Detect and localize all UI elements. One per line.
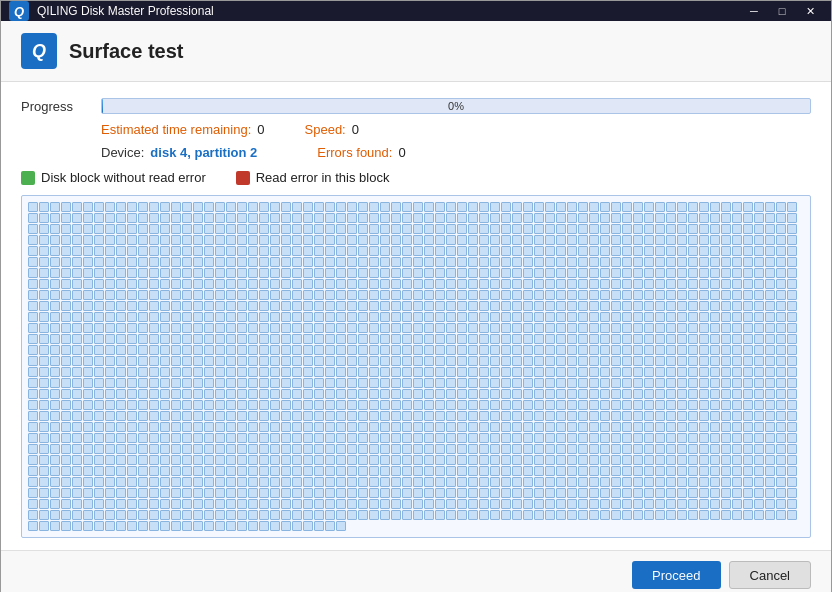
block-cell (512, 257, 522, 267)
block-cell (776, 202, 786, 212)
block-cell (512, 466, 522, 476)
block-cell (193, 246, 203, 256)
block-cell (644, 477, 654, 487)
block-cell (226, 378, 236, 388)
block-cell (347, 356, 357, 366)
block-cell (611, 334, 621, 344)
minimize-button[interactable]: ─ (741, 2, 767, 20)
estimated-time-label: Estimated time remaining: (101, 122, 251, 137)
block-cell (105, 400, 115, 410)
proceed-button[interactable]: Proceed (632, 561, 720, 589)
block-cell (490, 488, 500, 498)
block-cell (259, 213, 269, 223)
block-cell (193, 257, 203, 267)
block-cell (380, 246, 390, 256)
block-cell (28, 411, 38, 421)
block-cell (622, 433, 632, 443)
block-cell (776, 499, 786, 509)
block-cell (567, 367, 577, 377)
block-cell (171, 202, 181, 212)
block-cell (182, 510, 192, 520)
block-cell (380, 235, 390, 245)
block-cell (50, 367, 60, 377)
block-cell (215, 455, 225, 465)
maximize-button[interactable]: □ (769, 2, 795, 20)
block-cell (501, 433, 511, 443)
block-cell (61, 290, 71, 300)
block-cell (50, 323, 60, 333)
block-cell (534, 334, 544, 344)
block-cell (721, 367, 731, 377)
block-cell (127, 246, 137, 256)
block-cell (589, 389, 599, 399)
block-cell (622, 334, 632, 344)
block-cell (435, 499, 445, 509)
block-cell (710, 433, 720, 443)
block-cell (215, 433, 225, 443)
block-cell (270, 389, 280, 399)
block-cell (567, 334, 577, 344)
block-cell (347, 312, 357, 322)
block-cell (127, 279, 137, 289)
block-cell (369, 510, 379, 520)
block-cell (721, 246, 731, 256)
block-cell (105, 356, 115, 366)
block-cell (270, 279, 280, 289)
block-cell (666, 466, 676, 476)
block-cell (435, 290, 445, 300)
block-cell (50, 389, 60, 399)
block-cell (94, 246, 104, 256)
block-cell (94, 213, 104, 223)
block-cell (149, 301, 159, 311)
close-button[interactable]: ✕ (797, 2, 823, 20)
block-cell (435, 455, 445, 465)
block-cell (281, 323, 291, 333)
block-cell (61, 411, 71, 421)
block-cell (193, 312, 203, 322)
block-cell (688, 466, 698, 476)
block-cell (380, 422, 390, 432)
block-cell (688, 499, 698, 509)
block-cell (72, 477, 82, 487)
block-cell (248, 356, 258, 366)
block-cell (105, 279, 115, 289)
block-cell (248, 510, 258, 520)
block-cell (39, 499, 49, 509)
block-cell (226, 422, 236, 432)
block-cell (655, 235, 665, 245)
block-cell (490, 268, 500, 278)
block-cell (435, 411, 445, 421)
block-cell (226, 268, 236, 278)
block-cell (710, 499, 720, 509)
block-cell (402, 301, 412, 311)
block-cell (72, 499, 82, 509)
block-cell (292, 257, 302, 267)
block-cell (732, 499, 742, 509)
block-cell (435, 400, 445, 410)
block-cell (347, 257, 357, 267)
block-cell (369, 224, 379, 234)
block-cell (743, 290, 753, 300)
cancel-button[interactable]: Cancel (729, 561, 811, 589)
block-cell (28, 400, 38, 410)
block-cell (61, 378, 71, 388)
block-cell (105, 378, 115, 388)
block-cell (468, 224, 478, 234)
block-cell (237, 367, 247, 377)
block-cell (325, 411, 335, 421)
block-cell (457, 378, 467, 388)
block-cell (237, 323, 247, 333)
block-cell (688, 290, 698, 300)
block-cell (336, 411, 346, 421)
block-cell (765, 378, 775, 388)
block-cell (116, 290, 126, 300)
block-cell (721, 378, 731, 388)
estimated-time-item: Estimated time remaining: 0 (101, 122, 265, 137)
block-cell (292, 389, 302, 399)
block-cell (171, 356, 181, 366)
block-cell (468, 444, 478, 454)
block-cell (116, 488, 126, 498)
block-cell (105, 345, 115, 355)
block-cell (413, 312, 423, 322)
block-cell (600, 378, 610, 388)
